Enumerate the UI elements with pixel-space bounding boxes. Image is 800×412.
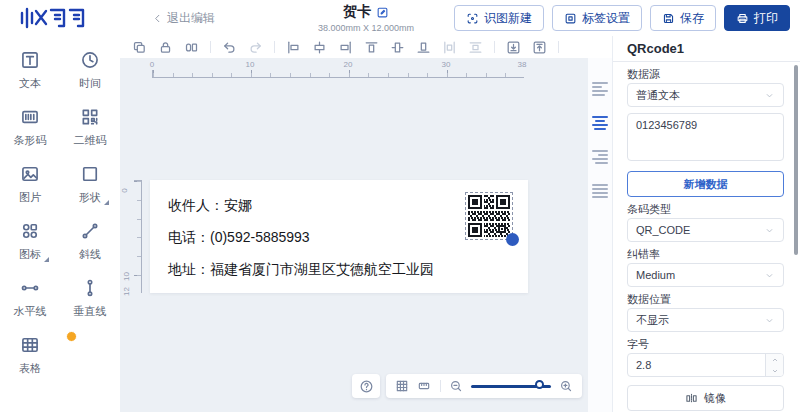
send-backward-button[interactable] <box>506 40 521 55</box>
distribute-h-button[interactable] <box>442 40 457 55</box>
clock-icon <box>80 50 100 70</box>
tool-time[interactable]: 时间 <box>60 50 120 107</box>
text-align-strip <box>588 58 612 412</box>
printer-icon <box>736 12 749 25</box>
text-align-right-button[interactable] <box>592 150 608 164</box>
toolbar-separator <box>210 41 211 53</box>
align-top-button[interactable] <box>364 40 379 55</box>
redo-button[interactable] <box>248 40 263 55</box>
distribute-v-button[interactable] <box>468 40 483 55</box>
phone-text[interactable]: 电话：(0)592-5885993 <box>168 221 434 253</box>
text-align-justify-button[interactable] <box>592 184 608 198</box>
chevron-down-icon <box>764 90 775 101</box>
text-icon <box>20 50 40 70</box>
align-center-h-button[interactable] <box>312 40 327 55</box>
ruler-label: 12 <box>122 287 131 296</box>
barcode-type-select[interactable]: QR_CODE <box>627 218 784 242</box>
tool-vertical-line[interactable]: 垂直线 <box>60 278 120 335</box>
zoom-in-button[interactable] <box>559 379 573 394</box>
tool-icon-label: 图标 <box>19 247 41 262</box>
zoom-out-icon <box>449 379 463 393</box>
save-label: 保存 <box>680 10 704 27</box>
add-data-button[interactable]: 新增数据 <box>627 171 784 197</box>
data-position-select[interactable]: 不显示 <box>627 308 784 332</box>
font-size-stepper[interactable]: 2.8 <box>627 353 784 377</box>
data-position-value: 不显示 <box>636 313 669 328</box>
recipient-text[interactable]: 收件人：安娜 <box>168 189 434 221</box>
chevron-down-icon <box>764 225 775 236</box>
label-editor-app: 退出编辑 贺卡 38.000mm X 12.000mm 识图新建 标签设置 保存 <box>0 0 800 412</box>
align-bottom-button[interactable] <box>416 40 431 55</box>
zoom-slider-thumb[interactable] <box>535 380 544 389</box>
toolbar-separator <box>494 41 495 53</box>
tag-icon <box>564 12 577 25</box>
font-size-value: 2.8 <box>628 354 765 376</box>
tool-qrcode[interactable]: 二维码 <box>60 107 120 164</box>
qrcode-data-input[interactable] <box>627 113 784 161</box>
tool-text[interactable]: 文本 <box>0 50 60 107</box>
design-canvas[interactable]: 0 10 20 30 38 0 10 12 收件人：安娜 电话：(0)592-5… <box>120 58 612 412</box>
align-middle-v-button[interactable] <box>390 40 405 55</box>
tool-horizontal-line[interactable]: 水平线 <box>0 278 60 335</box>
align-right-button[interactable] <box>338 40 353 55</box>
grid-icon <box>395 379 409 393</box>
address-text[interactable]: 地址：福建省厦门市湖里区艾德航空工业园 <box>168 253 434 285</box>
mirror-button[interactable]: 镜像 <box>627 385 784 411</box>
tool-diagonal-line[interactable]: 斜线 <box>60 221 120 278</box>
resize-handle[interactable] <box>506 233 519 246</box>
error-correction-select[interactable]: Medium <box>627 263 784 287</box>
font-size-label: 字号 <box>627 338 784 350</box>
document-title: 贺卡 <box>343 3 371 21</box>
save-button[interactable]: 保存 <box>650 5 716 31</box>
tool-image[interactable]: 图片 <box>0 164 60 221</box>
tool-image-label: 图片 <box>19 190 41 205</box>
vip-badge <box>66 331 77 342</box>
label-settings-button[interactable]: 标签设置 <box>552 5 642 31</box>
distribute-h-icon <box>442 40 457 55</box>
toggle-ruler-button[interactable] <box>417 379 431 394</box>
text-align-center-button[interactable] <box>592 116 608 130</box>
panel-divider <box>613 61 800 62</box>
text-align-left-button[interactable] <box>592 82 608 96</box>
barcode-type-label: 条码类型 <box>627 203 784 215</box>
duplicate-button[interactable] <box>132 40 147 55</box>
help-icon <box>359 379 374 394</box>
error-correction-label: 纠错率 <box>627 248 784 260</box>
toolbar-separator <box>558 41 559 53</box>
qrcode-element[interactable] <box>468 195 510 237</box>
tool-barcode[interactable]: 条形码 <box>0 107 60 164</box>
panel-scrollbar[interactable] <box>794 65 798 255</box>
tool-shape[interactable]: 形状 <box>60 164 120 221</box>
document-title-block: 贺卡 38.000mm X 12.000mm <box>286 3 446 33</box>
zoom-out-button[interactable] <box>449 379 463 394</box>
chevron-down-icon <box>764 270 775 281</box>
font-size-decrease-button[interactable] <box>766 365 783 376</box>
toggle-grid-button[interactable] <box>395 379 409 394</box>
help-button[interactable] <box>352 374 380 398</box>
align-center-h-icon <box>312 40 327 55</box>
data-source-select[interactable]: 普通文本 <box>627 83 784 107</box>
tool-sidebar: 文本 时间 条形码 二维码 图片 形状 图标 斜线 <box>0 36 120 412</box>
distribute-v-icon <box>468 40 483 55</box>
align-middle-v-icon <box>390 40 405 55</box>
lock-button[interactable] <box>158 40 173 55</box>
flip-button[interactable] <box>184 40 199 55</box>
print-button[interactable]: 打印 <box>724 5 790 31</box>
exit-edit-link[interactable]: 退出编辑 <box>152 10 215 27</box>
bring-forward-button[interactable] <box>532 40 547 55</box>
scan-create-button[interactable]: 识图新建 <box>454 5 544 31</box>
edit-title-icon[interactable] <box>376 6 389 19</box>
undo-button[interactable] <box>222 40 237 55</box>
icon-set-icon <box>20 221 40 241</box>
tool-icon[interactable]: 图标 <box>0 221 60 278</box>
scan-icon <box>466 12 479 25</box>
font-size-increase-button[interactable] <box>766 354 783 365</box>
zoom-slider[interactable] <box>471 385 551 388</box>
align-left-button[interactable] <box>286 40 301 55</box>
tool-text-label: 文本 <box>19 76 41 91</box>
label-card[interactable]: 收件人：安娜 电话：(0)592-5885993 地址：福建省厦门市湖里区艾德航… <box>150 180 528 293</box>
barcode-type-value: QR_CODE <box>636 224 690 236</box>
undo-icon <box>222 40 237 55</box>
header-actions: 识图新建 标签设置 保存 打印 <box>454 5 790 31</box>
tool-table[interactable]: 表格 <box>0 335 60 392</box>
